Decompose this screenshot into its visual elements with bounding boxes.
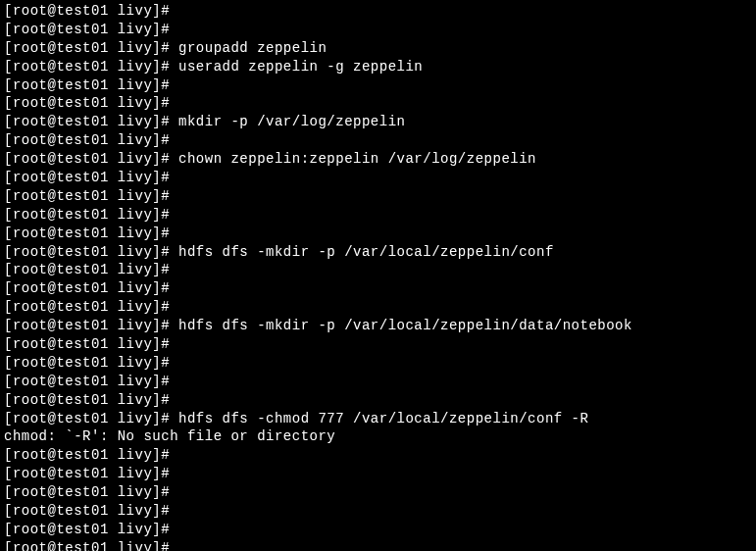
terminal-line: [root@test01 livy]# xyxy=(4,261,752,279)
terminal-line: [root@test01 livy]# chown zeppelin:zeppe… xyxy=(4,150,752,169)
terminal-line: [root@test01 livy]# mkdir -p /var/log/ze… xyxy=(4,113,752,131)
terminal-line: [root@test01 livy]# xyxy=(4,298,752,317)
terminal-line: [root@test01 livy]# xyxy=(4,206,752,225)
terminal-line: [root@test01 livy]# xyxy=(4,279,752,298)
terminal-line: [root@test01 livy]# xyxy=(4,76,752,95)
terminal-line: [root@test01 livy]# xyxy=(4,391,752,410)
terminal-line: chmod: `-R': No such file or directory xyxy=(4,427,752,446)
terminal-line: [root@test01 livy]# xyxy=(4,539,752,551)
terminal-line: [root@test01 livy]# xyxy=(4,21,752,39)
terminal-line: [root@test01 livy]# hdfs dfs -mkdir -p /… xyxy=(4,317,752,335)
terminal-line: [root@test01 livy]# xyxy=(4,502,752,521)
terminal-line: [root@test01 livy]# xyxy=(4,169,752,187)
terminal-line: [root@test01 livy]# xyxy=(4,2,752,21)
terminal-line: [root@test01 livy]# xyxy=(4,465,752,483)
terminal-line: [root@test01 livy]# hdfs dfs -mkdir -p /… xyxy=(4,243,752,262)
terminal-line: [root@test01 livy]# xyxy=(4,225,752,243)
terminal-line: [root@test01 livy]# xyxy=(4,354,752,373)
terminal-output[interactable]: [root@test01 livy]#[root@test01 livy]#[r… xyxy=(4,2,752,551)
terminal-line: [root@test01 livy]# xyxy=(4,373,752,391)
terminal-line: [root@test01 livy]# xyxy=(4,94,752,113)
terminal-line: [root@test01 livy]# xyxy=(4,483,752,502)
terminal-line: [root@test01 livy]# hdfs dfs -chmod 777 … xyxy=(4,410,752,428)
terminal-line: [root@test01 livy]# useradd zeppelin -g … xyxy=(4,58,752,76)
terminal-line: [root@test01 livy]# xyxy=(4,446,752,465)
terminal-line: [root@test01 livy]# xyxy=(4,187,752,206)
terminal-line: [root@test01 livy]# xyxy=(4,131,752,150)
terminal-line: [root@test01 livy]# xyxy=(4,335,752,354)
terminal-line: [root@test01 livy]# groupadd zeppelin xyxy=(4,39,752,58)
terminal-line: [root@test01 livy]# xyxy=(4,521,752,539)
